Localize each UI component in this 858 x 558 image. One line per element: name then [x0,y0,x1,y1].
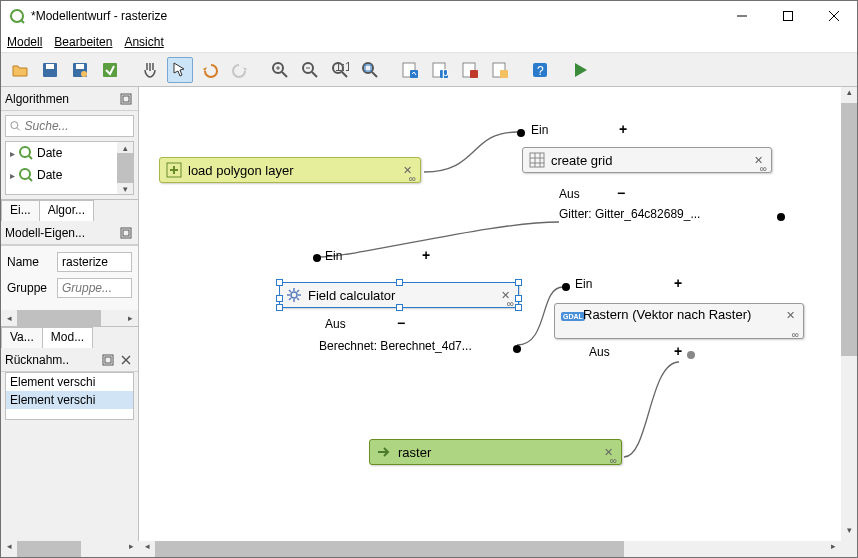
search-box[interactable] [5,115,134,137]
undo-item[interactable]: Element verschi [6,391,133,409]
close-button[interactable] [811,1,857,31]
window-title: *Modellentwurf - rasterize [31,9,719,23]
svg-rect-22 [365,65,371,71]
node-create-grid[interactable]: create grid ✕ ∞ [522,147,772,173]
tab-variables[interactable]: Va... [1,327,43,348]
tree-item[interactable]: ▸ Date [6,164,133,186]
algorithm-tree[interactable]: ▸ Date ▸ Date ▴▾ [5,141,134,195]
saveas-button[interactable] [67,57,93,83]
save-in-project-button[interactable] [97,57,123,83]
collapse-out-icon[interactable]: − [617,185,625,201]
select-button[interactable] [167,57,193,83]
collapse-out-icon[interactable]: − [397,315,405,331]
undo-list[interactable]: Element verschi Element verschi [5,372,134,420]
tree-item[interactable]: ▸ Date [6,142,133,164]
model-group-input[interactable] [57,278,132,298]
props-hscroll[interactable]: ◂▸ [1,310,138,326]
link-icon: ∞ [507,298,514,309]
dock-button[interactable] [118,91,134,107]
run-button[interactable] [567,57,593,83]
expand-in-icon[interactable]: + [422,247,430,263]
svg-rect-52 [530,153,544,167]
remove-icon[interactable]: ✕ [783,308,797,322]
maximize-button[interactable] [765,1,811,31]
svg-rect-44 [123,230,129,236]
pan-button[interactable] [137,57,163,83]
output-port[interactable] [687,351,695,359]
port-label-out: Aus [325,317,346,331]
open-model-button[interactable] [7,57,33,83]
export-svg-button[interactable] [487,57,513,83]
port-label-out: Aus [589,345,610,359]
output-port[interactable] [513,345,521,353]
output-port[interactable] [777,213,785,221]
svg-point-37 [11,122,18,129]
algorithms-title: Algorithmen [5,92,69,106]
undo-panel-header: Rücknahm.. [1,348,138,372]
input-port[interactable] [517,129,525,137]
input-port[interactable] [562,283,570,291]
input-port[interactable] [313,254,321,262]
dock-button[interactable] [118,225,134,241]
canvas-vscroll[interactable]: ▴▾ [841,87,857,541]
toolbar: 1:1 py ? [1,53,857,87]
group-label: Gruppe [7,281,51,295]
node-load-polygon[interactable]: load polygon layer ✕ ∞ [159,157,421,183]
undo-item[interactable]: Element verschi [6,373,133,391]
svg-point-41 [20,169,30,179]
expand-icon[interactable]: ▸ [10,148,15,159]
canvas-hscroll[interactable]: ◂ ▸ [139,541,857,557]
link-icon: ∞ [409,173,416,184]
save-button[interactable] [37,57,63,83]
node-title: raster [398,445,595,460]
svg-line-23 [372,72,377,77]
expand-in-icon[interactable]: + [619,121,627,137]
help-button[interactable]: ? [527,57,553,83]
menu-model[interactable]: Modell [7,35,42,49]
app-icon [9,8,25,24]
tab-algorithms[interactable]: Algor... [39,200,94,221]
close-panel-button[interactable] [118,352,134,368]
tab-model[interactable]: Mod... [42,327,93,348]
model-name-input[interactable] [57,252,132,272]
algorithms-panel-header: Algorithmen [1,87,138,111]
minimize-button[interactable] [719,1,765,31]
tree-scrollbar[interactable]: ▴▾ [117,142,133,194]
node-raster[interactable]: raster ✕ ∞ [369,439,622,465]
sidebar: Algorithmen ▸ Date ▸ Date ▴▾ Ei... Al [1,87,139,541]
svg-line-64 [289,298,291,300]
expand-out-icon[interactable]: + [674,343,682,359]
qgis-icon [19,168,33,182]
zoom-full-button[interactable] [357,57,383,83]
svg-line-16 [312,72,317,77]
svg-rect-6 [46,64,54,69]
node-title: Rastern (Vektor nach Raster) [583,308,777,322]
bottom-scroll: ◂ ▸ ◂ ▸ [1,541,857,557]
port-label-in: Ein [575,277,592,291]
menu-view[interactable]: Ansicht [124,35,163,49]
zoom-in-button[interactable] [267,57,293,83]
zoom-out-button[interactable] [297,57,323,83]
link-icon: ∞ [760,163,767,174]
menu-bar: Modell Bearbeiten Ansicht [1,31,857,53]
tab-inputs[interactable]: Ei... [1,200,40,221]
node-title: Field calculator [308,288,492,303]
svg-line-40 [29,156,32,159]
expand-icon[interactable]: ▸ [10,170,15,181]
undo-button[interactable] [197,57,223,83]
gdal-icon: GDAL [561,308,577,324]
export-pdf-button[interactable] [457,57,483,83]
menu-edit[interactable]: Bearbeiten [54,35,112,49]
node-rastern[interactable]: GDAL Rastern (Vektor nach Raster) ✕ ∞ [554,303,804,339]
search-input[interactable] [25,119,129,133]
node-field-calculator[interactable]: Field calculator ✕ ∞ [279,282,519,308]
model-canvas[interactable]: load polygon layer ✕ ∞ create grid ✕ ∞ E… [139,87,857,541]
gear-icon [286,287,302,303]
zoom-actual-button[interactable]: 1:1 [327,57,353,83]
expand-in-icon[interactable]: + [674,275,682,291]
dock-button[interactable] [100,352,116,368]
export-image-button[interactable] [397,57,423,83]
redo-button[interactable] [227,57,253,83]
export-python-button[interactable]: py [427,57,453,83]
plus-icon [166,162,182,178]
